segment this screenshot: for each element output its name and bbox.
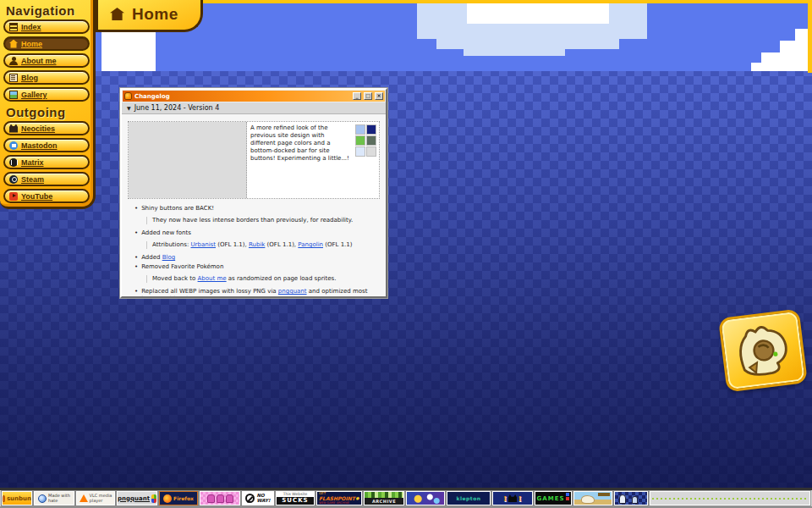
sunbun-creature-icon: [3, 495, 5, 502]
firefox-icon: [163, 494, 172, 503]
badge-flashpoint[interactable]: GET FLASHPOINT WEB GAME ARCHIVE: [316, 491, 362, 505]
badge-klepton[interactable]: klepton: [447, 491, 491, 505]
sidebar-item-gallery[interactable]: Gallery: [3, 87, 90, 102]
matrix-icon: [9, 158, 18, 167]
badge-furret[interactable]: [573, 491, 612, 505]
youtube-icon: [9, 192, 18, 201]
sidebar-heading-outgoing: Outgoing: [3, 104, 91, 121]
badge-sunbun[interactable]: sunbun: [2, 491, 32, 505]
pngquant-logo-icon: [151, 494, 156, 503]
link-rubik[interactable]: Rubik: [249, 241, 265, 248]
mascot-creature-icon: [730, 318, 798, 384]
changelog-summary-panel: A more refined look of the previous site…: [247, 122, 379, 198]
home-icon: [9, 40, 18, 48]
pink-sprite-icon: [207, 494, 215, 503]
changelog-bullet-list: •Shiny buttons are BACK! They now have l…: [128, 199, 380, 298]
cloud: [467, 3, 609, 24]
link-oxipng[interactable]: oxipng: [179, 295, 199, 298]
badge-dock: sunbun Made withhate VLC mediaplayer png…: [0, 488, 812, 508]
vlc-cone-icon: [80, 494, 88, 502]
changelog-window-title: Changelog: [134, 93, 350, 100]
color-swatch: [355, 135, 365, 146]
home-icon: [110, 8, 124, 20]
color-swatch: [366, 124, 376, 135]
badge-sparkle-art[interactable]: [406, 491, 445, 505]
sidebar-item-label: Home: [21, 40, 42, 48]
sidebar-item-label: Gallery: [21, 91, 47, 99]
link-pangolin[interactable]: Pangolin: [298, 241, 323, 248]
sidebar-item-label: YouTube: [21, 192, 52, 201]
black-cat-icon: [508, 494, 517, 502]
penguin-icon: [619, 494, 626, 504]
changelog-sub-note: Attributions: Urbanist (OFL 1.1), Rubik …: [146, 241, 387, 249]
tab-home[interactable]: Home: [96, 0, 203, 32]
cloud: [464, 49, 565, 56]
sidebar-item-label: Matrix: [21, 158, 44, 167]
maximize-button[interactable]: □: [364, 92, 372, 100]
badge-black-cat[interactable]: I I: [492, 491, 533, 505]
changelog-entry-header[interactable]: ▼ June 11, 2024 - Version 4: [122, 102, 386, 114]
globe-icon: [38, 494, 47, 503]
badge-pngquant[interactable]: pngquant: [117, 491, 157, 505]
steam-icon: [9, 175, 18, 184]
link-pngquant[interactable]: pngquant: [278, 288, 307, 295]
changelog-summary-text: A more refined look of the previous site…: [250, 124, 350, 163]
minimize-button[interactable]: _: [353, 92, 361, 100]
tab-home-label: Home: [132, 5, 178, 24]
sidebar-item-label: Mastodon: [21, 141, 58, 150]
badge-made-with[interactable]: Made withhate: [34, 491, 74, 505]
mascot-sticker[interactable]: [718, 308, 808, 392]
sidebar-item-youtube[interactable]: YouTube: [3, 189, 90, 203]
badge-vlc[interactable]: VLC mediaplayer: [76, 491, 115, 505]
badge-games[interactable]: GAMES: [535, 491, 572, 505]
changelog-screenshot-placeholder: [129, 122, 247, 198]
index-icon: [9, 23, 18, 31]
sidebar-item-about-me[interactable]: About me: [3, 53, 90, 68]
pink-sprite-icon: [226, 494, 233, 503]
notepad-icon: [9, 74, 18, 82]
color-swatch-grid: [355, 124, 376, 157]
sidebar-item-index[interactable]: Index: [3, 19, 90, 34]
sidebar-item-home[interactable]: Home: [3, 36, 90, 51]
sidebar-item-neocities[interactable]: Neocities: [3, 121, 90, 135]
neocities-cat-icon: [9, 124, 18, 133]
badge-firefox[interactable]: Firefox: [159, 491, 198, 505]
color-swatch: [366, 135, 376, 146]
pixel-decor: [566, 497, 569, 500]
badge-pink-sprites[interactable]: [200, 491, 240, 505]
penguin-icon: [632, 496, 638, 504]
pink-sprite-icon: [217, 494, 224, 503]
page-background: Home Navigation Index Home About me Blog…: [0, 0, 812, 508]
changelog-bullet: •Added Blog: [134, 254, 378, 262]
furret-creature-icon: [581, 495, 595, 504]
link-urbanist[interactable]: Urbanist: [191, 241, 217, 248]
close-button[interactable]: ×: [375, 92, 383, 100]
sidebar-item-mastodon[interactable]: Mastodon: [3, 138, 90, 152]
link-blog[interactable]: Blog: [162, 254, 175, 261]
cloud: [751, 63, 812, 71]
sidebar-item-blog[interactable]: Blog: [3, 70, 90, 85]
color-swatch: [355, 124, 365, 135]
changelog-titlebar[interactable]: Changelog _ □ ×: [123, 91, 385, 102]
cloud: [436, 39, 619, 49]
sidebar-item-matrix[interactable]: Matrix: [3, 155, 90, 169]
badge-dock-empty-track: [650, 491, 810, 505]
changelog-bullet: •Shiny buttons are BACK!: [134, 205, 378, 213]
picture-icon: [9, 91, 18, 99]
changelog-bullet: •Removed Favorite Pokémon: [134, 263, 378, 271]
sidebar-item-label: Index: [21, 23, 41, 31]
badge-this-website-sucks[interactable]: This Website SUCKS: [276, 491, 315, 505]
archive-pixel-banner: [365, 492, 403, 498]
caret-down-icon: ▼: [127, 105, 131, 111]
changelog-sub-note: Moved back to About me as randomized on …: [146, 275, 387, 283]
sidebar-item-label: Blog: [21, 74, 38, 82]
badge-archive[interactable]: ARCHIVE: [364, 491, 404, 505]
sidebar-item-steam[interactable]: Steam: [3, 172, 90, 186]
link-about-me[interactable]: About me: [198, 275, 227, 282]
changelog-entry-title: June 11, 2024 - Version 4: [134, 104, 220, 112]
changelog-window-icon: [124, 92, 132, 100]
sidebar: Navigation Index Home About me Blog Gall…: [0, 0, 96, 209]
badge-no-way[interactable]: NOWAY!: [242, 491, 274, 505]
changelog-top-panels: A more refined look of the previous site…: [128, 121, 380, 199]
badge-penguins[interactable]: [614, 491, 648, 505]
